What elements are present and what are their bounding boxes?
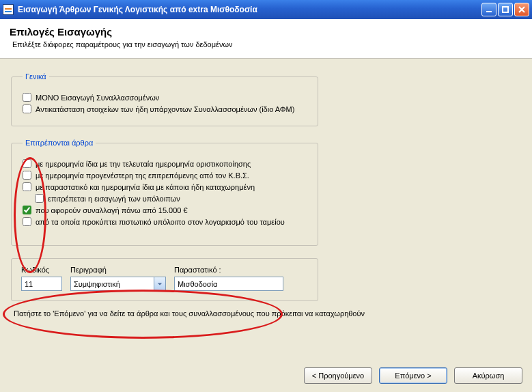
cancel-button[interactable]: Ακύρωση [454, 367, 522, 384]
page-subtitle: Επιλέξτε διάφορες παραμέτρους για την ει… [10, 40, 522, 48]
checkbox-same-date-finalization-label: με ημερομηνία ίδια με την τελευταία ημερ… [36, 160, 251, 168]
checkbox-same-date-finalization[interactable] [23, 159, 31, 168]
group-general: Γενικά ΜΟΝΟ Εισαγωγή Συναλλασσομένων Αντ… [11, 72, 318, 126]
close-button[interactable] [514, 3, 529, 16]
previous-button[interactable]: < Προηγούμενο [304, 367, 372, 384]
checkbox-replace-existing[interactable] [23, 104, 31, 113]
checkbox-allow-import-rest-label: επιτρέπεται η εισαγωγή των υπόλοιπων [48, 195, 180, 203]
document-label: Παραστατικό : [174, 266, 283, 274]
checkbox-transaction-over-15000-label: που αφορούν συναλλαγή πάνω από 15.000 € [36, 206, 188, 214]
checkbox-credit-balance-cash[interactable] [23, 217, 31, 226]
description-label: Περιγραφή [70, 266, 166, 274]
description-select[interactable]: Συμψηφιστική [70, 277, 166, 291]
group-allowed-entries: Επιτρέπονται άρθρα με ημερομηνία ίδια με… [11, 139, 318, 246]
document-input[interactable] [174, 277, 283, 291]
page-title: Επιλογές Εισαγωγής [10, 26, 522, 38]
checkbox-credit-balance-cash-label: από τα οποία προκύπτει πιστωτικό υπόλοιπ… [36, 218, 285, 226]
checkbox-only-import-parties[interactable] [23, 93, 31, 102]
checkbox-date-before-kbs-label: με ημερομηνία προγενέστερη της επιτρεπόμ… [36, 171, 249, 180]
next-button[interactable]: Επόμενο > [379, 367, 447, 384]
checkbox-same-doc-date-label: με παραστατικό και ημερομηνία ίδια με κά… [36, 183, 255, 191]
checkbox-date-before-kbs[interactable] [23, 171, 31, 180]
group-code-fields: Κωδικός Περιγραφή Συμψηφιστική Παραστατι… [11, 258, 318, 301]
svg-rect-0 [486, 11, 492, 12]
group-general-legend: Γενικά [23, 72, 49, 81]
maximize-button[interactable] [498, 3, 513, 16]
app-icon [3, 4, 14, 15]
minimize-button[interactable] [481, 3, 496, 16]
checkbox-allow-import-rest[interactable] [35, 194, 44, 203]
group-allowed-legend: Επιτρέπονται άρθρα [23, 139, 96, 147]
wizard-header: Επιλογές Εισαγωγής Επιλέξτε διάφορες παρ… [0, 19, 532, 59]
code-input[interactable] [21, 277, 62, 291]
checkbox-replace-existing-label: Αντικατάσταση στοιχείων των ήδη υπάρχοντ… [36, 105, 294, 113]
footer-hint: Πατήστε το 'Επόμενο' για να δείτε τα άρθ… [11, 309, 521, 318]
checkbox-transaction-over-15000[interactable] [23, 206, 31, 214]
chevron-down-icon [154, 277, 165, 290]
description-select-value: Συμψηφιστική [71, 280, 154, 288]
window-titlebar: Εισαγωγή Άρθρων Γενικής Λογιστικής από e… [0, 0, 532, 19]
code-label: Κωδικός [21, 266, 62, 274]
checkbox-same-doc-date[interactable] [23, 182, 31, 191]
window-title: Εισαγωγή Άρθρων Γενικής Λογιστικής από e… [18, 5, 481, 14]
svg-rect-1 [503, 7, 508, 12]
checkbox-only-import-parties-label: ΜΟΝΟ Εισαγωγή Συναλλασσομένων [36, 94, 159, 102]
